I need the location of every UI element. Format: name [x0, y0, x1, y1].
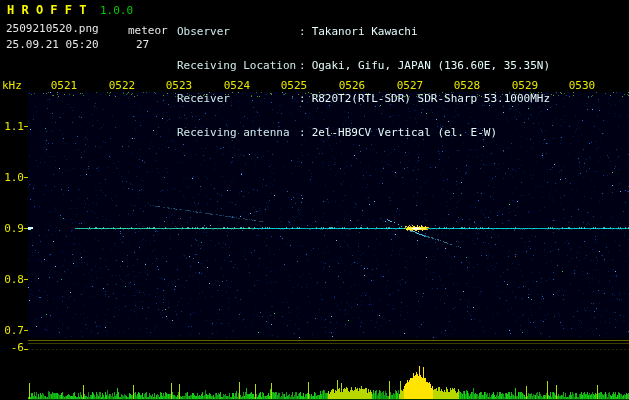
freq-tick-0.8: 0.8 [2, 274, 24, 285]
info-colon: : [299, 127, 306, 139]
freq-axis-unit-label: kHz [2, 80, 22, 91]
freq-tick-1.0: 1.0 [2, 172, 24, 183]
info-colon: : [299, 93, 306, 105]
info-row-observer: Observer : Takanori Kawachi [177, 26, 550, 38]
info-value-antenna: 2el-HB9CV Vertical (el. E-W) [312, 127, 497, 139]
info-label-receiver: Receiver [177, 93, 299, 105]
info-row-location: Receiving Location : Ogaki, Gifu, JAPAN … [177, 60, 550, 72]
mode-label: meteor [128, 25, 168, 36]
info-colon: : [299, 60, 306, 72]
info-value-observer: Takanori Kawachi [312, 26, 418, 38]
app-version: 1.0.0 [100, 5, 133, 16]
app-title: H R O F F T [7, 4, 86, 16]
info-value-location: Ogaki, Gifu, JAPAN (136.60E, 35.35N) [312, 60, 550, 72]
hrofft-window: H R O F F T 1.0.0 2509210520.png meteor … [0, 0, 629, 400]
time-tick-0521: 0521 [48, 80, 80, 91]
output-filename: 2509210520.png [6, 23, 99, 34]
meteor-count: 27 [136, 39, 149, 50]
info-label-observer: Observer [177, 26, 299, 38]
time-tick-0530: 0530 [566, 80, 598, 91]
info-label-location: Receiving Location [177, 60, 299, 72]
info-row-antenna: Receiving antenna : 2el-HB9CV Vertical (… [177, 127, 550, 139]
time-tick-0523: 0523 [163, 80, 195, 91]
info-row-receiver: Receiver : R820T2(RTL-SDR) SDR-Sharp 53.… [177, 93, 550, 105]
info-label-antenna: Receiving antenna [177, 127, 299, 139]
time-tick-0527: 0527 [394, 80, 426, 91]
time-tick-0526: 0526 [336, 80, 368, 91]
time-tick-0524: 0524 [221, 80, 253, 91]
info-value-receiver: R820T2(RTL-SDR) SDR-Sharp 53.1000MHz [312, 93, 550, 105]
freq-tick-0.9: 0.9 [2, 223, 24, 234]
info-colon: : [299, 26, 306, 38]
time-tick-0529: 0529 [509, 80, 541, 91]
time-tick-0522: 0522 [106, 80, 138, 91]
level-tick-label: -6 [2, 342, 24, 353]
timestamp: 25.09.21 05:20 [6, 39, 99, 50]
time-tick-0528: 0528 [451, 80, 483, 91]
time-tick-0525: 0525 [278, 80, 310, 91]
freq-tick-1.1: 1.1 [2, 121, 24, 132]
freq-tick-0.7: 0.7 [2, 325, 24, 336]
